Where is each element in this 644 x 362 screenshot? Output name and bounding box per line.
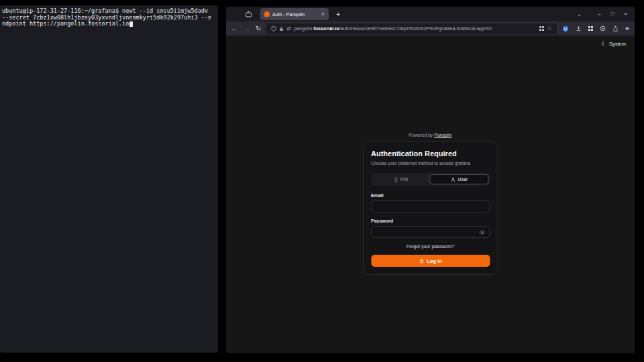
record-circle-icon[interactable]	[600, 25, 606, 32]
tab-bar: Auth - Pangolin × + ⌄ – □ ×	[226, 7, 635, 21]
toolbar-extensions: ≡	[562, 25, 629, 32]
pangolin-favicon-icon	[264, 11, 270, 17]
window-controls: – □ ×	[598, 11, 627, 17]
eye-icon[interactable]	[479, 229, 485, 235]
tab-pin-label: PIN	[400, 177, 408, 182]
hamburger-menu-icon[interactable]: ≡	[625, 25, 629, 32]
theme-toggle-label: System	[609, 41, 626, 47]
user-icon	[450, 177, 455, 182]
forgot-password-link[interactable]: Forgot your password?	[371, 243, 490, 249]
card-title: Authentication Required	[371, 149, 490, 158]
tab-pin[interactable]: PIN	[372, 174, 430, 184]
maximize-button[interactable]: □	[610, 11, 614, 17]
page-content: ☾ System Powered by Pangolin Authenticat…	[226, 36, 635, 353]
tabbar-right: ⌄ – □ ×	[577, 11, 629, 17]
shield-icon[interactable]	[271, 26, 276, 32]
ublock-shield-icon[interactable]	[562, 25, 569, 32]
bookmark-star-icon[interactable]: ☆	[547, 25, 552, 32]
terminal-line: ndpoint https://pangolin.fossorial.io	[2, 21, 216, 27]
permissions-swap-icon[interactable]: ⇄	[286, 26, 291, 32]
keypad-dots-icon	[394, 177, 398, 182]
forward-button[interactable]: →	[244, 25, 250, 32]
browser-toolbar: ← → ↻ ⇄ pangolin.fossorial.io/auth/resou…	[226, 21, 635, 36]
minimize-button[interactable]: –	[598, 11, 600, 17]
pangolin-link[interactable]: Pangolin	[434, 133, 451, 137]
login-button-label: Log in	[427, 258, 442, 264]
flask-icon[interactable]	[612, 25, 619, 32]
url-bar[interactable]: ⇄ pangolin.fossorial.io/auth/resource/90…	[266, 23, 557, 34]
powered-by: Powered by Pangolin	[226, 133, 635, 137]
password-field[interactable]	[371, 226, 490, 238]
theme-toggle[interactable]: ☾ System	[602, 41, 626, 47]
extensions-icon[interactable]	[588, 26, 593, 31]
card-subtitle: Choose your preferred method to access g…	[371, 161, 490, 166]
lock-icon	[419, 258, 424, 263]
browser-tab-active[interactable]: Auth - Pangolin ×	[260, 8, 329, 20]
firefox-view-icon[interactable]	[242, 9, 254, 19]
new-tab-button[interactable]: +	[336, 11, 340, 18]
list-tabs-chevron-icon[interactable]: ⌄	[577, 11, 582, 17]
email-label: Email	[371, 192, 490, 198]
password-label: Password	[371, 218, 490, 224]
lock-icon[interactable]	[279, 26, 284, 32]
email-field[interactable]	[371, 200, 490, 213]
tab-title: Auth - Pangolin	[272, 12, 319, 17]
back-button[interactable]: ←	[231, 25, 238, 32]
moon-icon: ☾	[602, 42, 606, 47]
close-window-button[interactable]: ×	[624, 11, 627, 17]
auth-card: Authentication Required Choose your pref…	[363, 141, 498, 275]
tab-user-label: User	[458, 177, 468, 182]
browser-window: Auth - Pangolin × + ⌄ – □ × ← → ↻ ⇄ pang…	[226, 7, 635, 353]
container-grid-icon[interactable]	[539, 26, 544, 31]
tab-user[interactable]: User	[430, 174, 489, 184]
terminal-window[interactable]: ubuntu@ip-172-31-27-116:~/grafana$ newt …	[0, 5, 218, 353]
tab-close-icon[interactable]: ×	[321, 11, 325, 17]
auth-method-tabs: PIN User	[371, 173, 490, 186]
download-icon[interactable]	[576, 25, 582, 32]
login-button[interactable]: Log in	[371, 255, 490, 267]
reload-button[interactable]: ↻	[256, 25, 261, 32]
terminal-cursor	[129, 21, 133, 27]
url-text: pangolin.fossorial.io/auth/resource/90?r…	[294, 25, 537, 32]
